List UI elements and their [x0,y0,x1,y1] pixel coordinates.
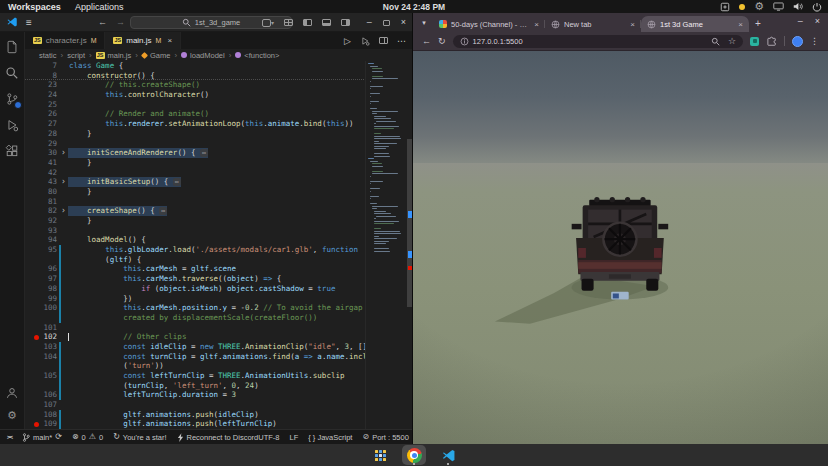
code-text[interactable]: ('turn')) [68,361,164,371]
line-number[interactable]: 98 [25,284,59,294]
code-text[interactable] [68,168,69,178]
code-text[interactable]: // Render and animate() [68,109,209,119]
code-line[interactable]: 26 // Render and animate() [25,109,364,119]
breakpoint-dot[interactable] [34,335,39,340]
run-icon[interactable]: ▷ [344,36,351,46]
editor-tab-main.js[interactable]: JSmain.jsM× [105,32,181,49]
code-line[interactable]: 7class Game { [25,61,364,71]
code-line[interactable]: 8 constructor() { [25,71,364,81]
zoom-icon[interactable] [711,37,720,46]
vscode-taskbar-icon[interactable] [436,445,460,465]
browser-reload-icon[interactable]: ↻ [438,36,446,46]
tab-close-icon[interactable]: × [738,20,743,29]
run-debug-small-icon[interactable] [360,36,370,46]
line-number[interactable]: 107 [25,400,59,410]
code-text[interactable]: this.carMesh.traverse((object) => { [68,274,281,284]
code-text[interactable]: (gltf) { [68,255,141,265]
line-number[interactable]: 41 [25,158,59,168]
code-text[interactable]: } [68,216,92,226]
code-text[interactable]: } [68,129,92,139]
display-icon[interactable] [773,2,784,11]
code-text[interactable]: this.renderer.setAnimationLoop(this.anim… [68,119,353,129]
code-text[interactable] [68,197,69,207]
line-number[interactable]: 100 [25,303,59,313]
line-number[interactable]: 42 [25,168,59,178]
scrollbar-thumb[interactable] [407,139,412,307]
code-line[interactable]: 28 } [25,129,364,139]
code-line[interactable]: 27 this.renderer.setAnimationLoop(this.a… [25,119,364,129]
tray-app-icon[interactable] [720,2,730,12]
code-line[interactable]: 24 this.controlCharacter() [25,90,364,100]
new-tab-button[interactable]: + [755,18,761,29]
code-text[interactable]: }) [68,294,132,304]
browser-tab-1[interactable]: 50-days (Channel) - Hack Cl× [433,16,545,32]
line-number[interactable]: 92 [25,216,59,226]
code-text[interactable]: initBasicSetup() { ⋯ [68,177,181,187]
code-line[interactable]: 82› createShape() { ⋯ [25,206,364,216]
line-number[interactable]: 97 [25,274,59,284]
code-text[interactable]: leftTurnClip.duration = 3 [68,390,236,400]
code-text[interactable]: (turnClip, 'left_turn', 0, 24) [68,381,259,391]
volume-icon[interactable] [793,2,803,11]
code-text[interactable]: const idleClip = new THREE.AnimationClip… [68,342,372,352]
browser-close-icon[interactable]: × [815,16,820,26]
remote-indicator[interactable]: >< [7,434,12,440]
address-bar[interactable]: 127.0.0.1:5500 ☆ [453,35,743,48]
breakpoint-dot[interactable] [34,422,39,427]
code-line[interactable]: 23 // this.createShape() [25,80,364,90]
code-line[interactable]: 101 [25,323,364,333]
code-text[interactable]: this.carMesh = gltf.scene [68,264,236,274]
browser-tab-3[interactable]: 1st 3d Game× [641,16,749,32]
line-number[interactable]: 93 [25,226,59,236]
more-actions-icon[interactable]: ⋯ [397,36,406,46]
code-text[interactable] [68,323,69,333]
line-number[interactable]: 102 [25,332,59,342]
url-text[interactable]: 127.0.0.1:5500 [473,37,707,46]
code-line[interactable]: 93 [25,226,364,236]
code-line[interactable]: 104 const turnClip = gltf.animations.fin… [25,352,364,362]
code-text[interactable]: gltf.animations.push(leftTurnClip) [68,419,277,429]
tab-close-icon[interactable]: × [534,20,539,29]
line-number[interactable]: 81 [25,197,59,207]
code-editor[interactable]: 7class Game {8 constructor() {23 // this… [25,61,412,429]
problems-status[interactable]: ⊗0⚠0 [72,433,103,442]
code-line[interactable]: 102 // Other clips [25,332,364,342]
code-text[interactable]: loadModel() { [68,235,146,245]
code-text[interactable]: } [68,158,92,168]
code-text[interactable]: created by displacementScale(createFloor… [68,313,317,323]
code-line[interactable]: 42 [25,168,364,178]
menu-kebab-icon[interactable]: ⋮ [810,36,819,46]
code-text[interactable]: class Game { [68,61,123,71]
code-text[interactable] [68,400,69,410]
code-lines[interactable]: 7class Game {8 constructor() {23 // this… [25,61,364,429]
line-number[interactable]: 99 [25,294,59,304]
tab-close-icon[interactable]: × [167,36,172,45]
code-text[interactable]: initSceneAndRenderer() { ⋯ [68,148,208,158]
code-text[interactable]: const leftTurnClip = THREE.AnimationUtil… [68,371,344,381]
line-number[interactable]: 106 [25,390,59,400]
source-control-icon[interactable] [5,92,19,106]
search-icon[interactable] [5,66,19,80]
browser-back-icon[interactable]: ← [422,36,431,46]
code-line[interactable]: 92 } [25,216,364,226]
line-number[interactable]: 24 [25,90,59,100]
fold-chevron-icon[interactable]: › [59,148,68,158]
line-number[interactable]: 7 [25,61,59,71]
power-icon[interactable] [812,2,822,12]
code-text[interactable]: const turnClip = gltf.animations.find(a … [68,352,385,362]
code-line[interactable]: 98 if (object.isMesh) object.castShadow … [25,284,364,294]
code-line[interactable]: created by displacementScale(createFloor… [25,313,364,323]
code-text[interactable]: this.carMesh.position.y = -0.2 // To avo… [68,303,363,313]
fold-chevron-icon[interactable]: › [59,206,68,216]
line-number[interactable] [25,313,59,323]
branch-status[interactable]: main*⟳ [22,433,62,442]
code-text[interactable]: this.controlCharacter() [68,90,209,100]
code-line[interactable]: 30› initSceneAndRenderer() { ⋯ [25,148,364,158]
minimize-icon[interactable]: – [367,17,372,27]
code-line[interactable]: 95 this.glbLoader.load('./assets/modals/… [25,245,364,255]
code-line[interactable]: (turnClip, 'left_turn', 0, 24) [25,381,364,391]
line-number[interactable]: 25 [25,100,59,110]
encoding-status[interactable]: UTF-8 [258,433,279,442]
code-line[interactable]: 107 [25,400,364,410]
toggle-sidebar-icon[interactable] [303,13,312,31]
